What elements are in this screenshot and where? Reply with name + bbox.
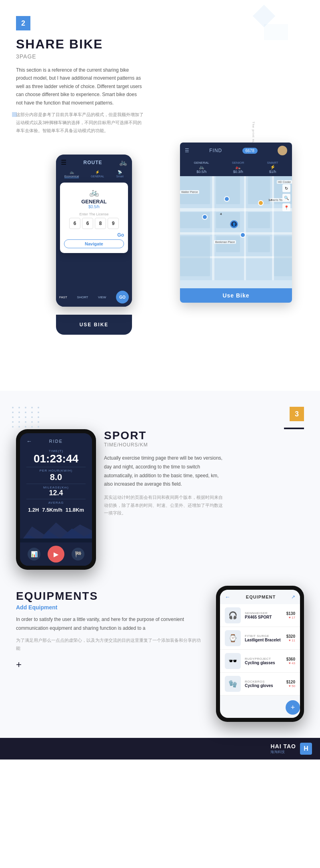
flag-icon: 🏁 — [75, 551, 82, 557]
equip-share-icon[interactable]: ↗ — [291, 594, 295, 600]
vehicle-economical[interactable]: 🚲 Economical — [64, 170, 79, 178]
section2: 2 SHARE BIKE 3PAGE This section is a ref… — [0, 0, 320, 359]
equip-add-btn[interactable]: + — [286, 700, 300, 715]
pin-box-2[interactable]: 6 — [82, 218, 93, 229]
per-hour-value: 8.0 — [26, 472, 86, 482]
map-stat-general[interactable]: GENERAL 🚲 $0.5/h — [194, 161, 209, 174]
map-title: FIND — [209, 148, 222, 153]
bike-small-icon: 🚲 — [119, 159, 127, 166]
avg-item-3: 11.8Km — [66, 507, 84, 513]
modal-price: $0.5/h — [64, 205, 124, 209]
avg-item-2: 7.5Km/h — [42, 507, 62, 513]
map-header: ☰ FIND 6678 — [180, 143, 292, 159]
equip-name-1: Lastligent Bracelet — [245, 638, 282, 643]
equip-meta-1: $320 ♥ 11 — [286, 634, 295, 642]
footer-logo-sub: 海淘科技 — [270, 749, 296, 755]
map-refresh-icon[interactable]: ↻ — [282, 184, 290, 192]
equip-app-header: ← EQUIPMENT ↗ — [220, 590, 300, 603]
pin-box-4[interactable]: 9 — [108, 218, 119, 229]
modal-bike-icon: 🚲 — [64, 187, 124, 197]
section2-title: SHARE BIKE — [16, 37, 304, 52]
modal-navigate-btn[interactable]: Navigate — [64, 239, 124, 248]
equip-subtitle: Add Equipment — [16, 604, 204, 611]
section2-desc: This section is a reference of the curre… — [16, 66, 144, 107]
equip-text: EQUIPMENTS Add Equipment In order to sat… — [16, 586, 204, 670]
sport-layout: ← RIDE TIME(T) 01:23:44 PER HOUR(KW/H) 8… — [16, 429, 304, 570]
modal-input-label: Enter The License — [64, 212, 124, 216]
equip-price-1: $320 — [286, 634, 295, 639]
pin-box-3[interactable]: 8 — [95, 218, 106, 229]
equip-item-1[interactable]: ⌚ FITBIT SURGE Lastligent Bracelet $320 … — [220, 627, 300, 650]
bike-modal: 🚲 GENERAL $0.5/h Enter The License 6 6 8… — [60, 183, 128, 253]
footer-brand: HAI TAO 海淘科技 — [270, 743, 296, 755]
equip-name-0: PX465 SPORT — [245, 615, 282, 620]
equip-brand-1: FITBIT SURGE — [245, 634, 282, 638]
use-bike-button[interactable]: Use Bike — [180, 288, 292, 303]
route-header-title: ROUTE — [84, 160, 102, 165]
footer: HAI TAO 海淘科技 H — [0, 738, 320, 760]
map-pin-1 — [224, 196, 230, 202]
equip-brand-0: SENNHEISER — [245, 611, 282, 615]
footer-h-icon: H — [300, 743, 312, 755]
modal-go-btn[interactable]: Go — [64, 232, 124, 238]
route-fast[interactable]: FAST — [59, 295, 67, 299]
stats-button[interactable]: 📊 — [28, 548, 40, 561]
mileage-value: 12.4 — [26, 489, 86, 497]
mockup-area-2: ☰ ROUTE 🚲 🚲 Economical ⚡ GENERAL 📡 Smart — [16, 143, 304, 335]
flag-button[interactable]: 🏁 — [72, 548, 84, 561]
equip-item-img-1: ⌚ — [225, 630, 241, 646]
map-block-8 — [180, 236, 210, 276]
avg-row: 1.2H 7.5Km/h 11.8Km — [26, 504, 86, 515]
equip-item-3[interactable]: 🧤 ROCKBROS Cycling gloves $120 ♥ 50 — [220, 673, 300, 695]
map-road-h2 — [180, 232, 292, 235]
sport-section-header: SPORT TIME/HOURS/KM — [104, 429, 304, 448]
map-menu-icon[interactable]: ☰ — [185, 148, 189, 153]
map-pin-2 — [202, 214, 208, 220]
route-view[interactable]: VIEW — [98, 295, 106, 299]
ride-controls: 📊 ▶ 🏁 — [20, 542, 92, 566]
ride-title: RIDE — [35, 439, 77, 444]
equip-item-info-2: RUDYPROJECT Cycling glasses — [245, 657, 282, 665]
back-arrow-icon[interactable]: ← — [26, 438, 32, 444]
map-phone-card: ☰ FIND 6678 GENERAL 🚲 $0.5/h SENIOR 🏍️ $… — [180, 143, 292, 303]
equip-likes-2: ♥ 43 — [286, 661, 295, 665]
use-bike-card[interactable]: USE BIKE — [56, 315, 132, 335]
equip-item-0[interactable]: 🎧 SENNHEISER PX465 SPORT $130 ♥ 17 — [220, 604, 300, 627]
map-stat-smart[interactable]: SMART ⚡ $1/h — [267, 161, 278, 174]
sport-title: SPORT — [104, 429, 304, 442]
pin-box-1[interactable]: 6 — [69, 218, 80, 229]
sport-desc: Actually exercise timing page there will… — [104, 454, 224, 488]
equip-item-img-0: 🎧 — [225, 607, 241, 623]
go-button[interactable]: GO — [116, 291, 129, 303]
equip-item-2[interactable]: 🕶️ RUDYPROJECT Cycling glasses $360 ♥ 43 — [220, 650, 300, 673]
map-vehicle-types: GENERAL 🚲 $0.5/h SENIOR 🏍️ $0.3/h SMART … — [180, 159, 292, 176]
map-search-icon[interactable]: 🔍 — [282, 194, 290, 202]
equip-price-0: $130 — [286, 611, 295, 616]
equip-title: EQUIPMENTS — [16, 590, 204, 603]
equip-likes-3: ♥ 50 — [286, 684, 295, 688]
add-equipment-icon[interactable]: + — [16, 659, 204, 670]
play-button[interactable]: ▶ — [48, 546, 64, 563]
footer-logo-text: HAI TAO — [270, 743, 296, 749]
equip-brand-3: ROCKBROS — [245, 680, 282, 683]
map-stat-senior[interactable]: SENIOR 🏍️ $0.3/h — [232, 161, 244, 174]
route-header-bar: ☰ ROUTE 🚲 — [56, 155, 132, 169]
map-number-2: 12 — [268, 198, 272, 202]
equip-brand-2: RUDYPROJECT — [245, 657, 282, 661]
section-divider — [0, 359, 320, 391]
hamburger-icon[interactable]: ☰ — [61, 159, 66, 166]
vehicle-type-row: 🚲 Economical ⚡ GENERAL 📡 Smart — [56, 169, 132, 180]
map-pin-4 — [240, 232, 246, 238]
sport-desc-cn: 其实运动计时的页面会有日间和夜间两个版本，根据时间来自动切换，除了基本的时间、时… — [104, 494, 224, 517]
map-label-1: Walter Pierce — [180, 190, 199, 194]
route-short[interactable]: SHORT — [77, 295, 88, 299]
equip-back-icon[interactable]: ← — [225, 594, 230, 600]
vehicle-general[interactable]: ⚡ GENERAL — [91, 170, 104, 178]
map-block-10 — [248, 236, 270, 252]
map-block-11 — [274, 236, 292, 276]
vehicle-smart[interactable]: 📡 Smart — [116, 170, 124, 178]
map-number-1: 4 — [220, 212, 222, 216]
equip-phone-screen: ← EQUIPMENT ↗ 🎧 SENNHEISER PX465 SPORT $… — [220, 590, 300, 718]
equip-item-img-2: 🕶️ — [225, 653, 241, 669]
map-location-icon[interactable]: 📍 — [282, 203, 290, 211]
